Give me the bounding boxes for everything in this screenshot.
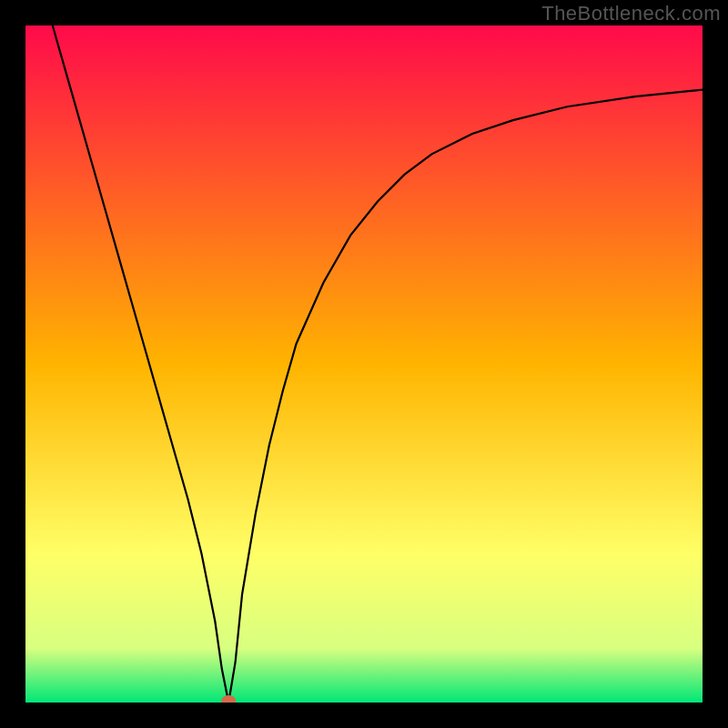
gradient-background: [25, 25, 703, 703]
watermark-text: TheBottleneck.com: [541, 2, 721, 25]
chart-container: TheBottleneck.com: [0, 0, 728, 728]
plot-area: [25, 25, 703, 703]
chart-svg: [25, 25, 703, 703]
